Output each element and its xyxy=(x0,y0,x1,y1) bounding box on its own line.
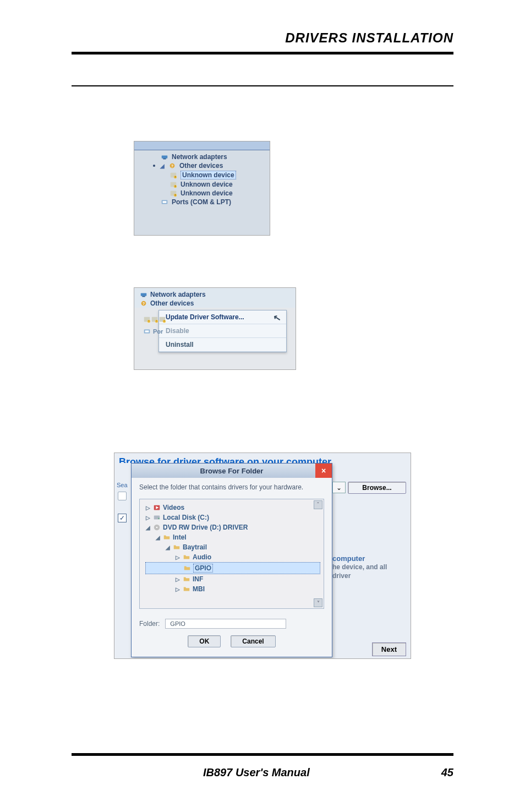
disk-icon xyxy=(153,514,161,521)
tree-item-label: Network adapters xyxy=(172,153,227,161)
tree-twist-icon: ◢ xyxy=(145,525,151,531)
svg-rect-16 xyxy=(142,296,145,297)
folder-tree-item-label: INF xyxy=(193,575,203,583)
folder-tree-item-label: GPIO xyxy=(193,564,213,573)
dialog-title-bar: Browse For Folder × xyxy=(132,464,332,478)
svg-text:!: ! xyxy=(164,320,165,323)
tree-item[interactable]: ?Other devices xyxy=(140,299,291,308)
expand-marker-icon xyxy=(153,165,155,167)
tree-item-label: Other devices xyxy=(179,162,223,170)
fragment-path-box xyxy=(118,492,127,500)
unknown-device-stub-icon: ! xyxy=(143,315,151,323)
folder-icon xyxy=(163,533,171,541)
footer-page-number: 45 xyxy=(441,766,453,779)
browse-button[interactable]: Browse... xyxy=(348,482,406,494)
ok-button[interactable]: OK xyxy=(188,635,221,647)
tree-item-label: Unknown device xyxy=(181,181,233,188)
folder-tree-item[interactable]: ▷Videos xyxy=(145,503,320,513)
tree-item[interactable]: !Unknown device xyxy=(140,180,266,189)
screenshot-context-menu: Network adapters?Other devices Update Dr… xyxy=(134,287,296,370)
cancel-button[interactable]: Cancel xyxy=(231,635,275,647)
svg-point-35 xyxy=(156,527,158,528)
screenshot-browse-folder: Browse for driver software on your compu… xyxy=(114,453,411,659)
tree-item[interactable]: Ports (COM & LPT) xyxy=(140,198,266,206)
tree-item[interactable]: !Unknown device xyxy=(140,170,266,180)
scroll-up-button[interactable]: ˆ xyxy=(314,500,322,509)
tree-item-label: Unknown device xyxy=(181,171,236,179)
wizard-left-fragment: Sea ✓ xyxy=(114,463,131,657)
unknown-device-icon: ! xyxy=(151,315,158,323)
tree-item[interactable]: !Unknown device xyxy=(140,189,266,198)
folder-tree-item[interactable]: ▷Local Disk (C:) xyxy=(145,513,320,522)
scroll-down-button[interactable]: ˅ xyxy=(314,598,322,607)
folder-tree[interactable]: ˆ ˅ ▷Videos▷Local Disk (C:)◢DVD RW Drive… xyxy=(139,499,324,609)
ports-truncated-label: Por xyxy=(143,328,166,335)
tree-twist-icon: ▷ xyxy=(175,554,181,560)
header-thick-rule xyxy=(72,52,453,55)
folder-tree-item[interactable]: ◢Intel xyxy=(145,532,320,542)
folder-icon xyxy=(183,553,190,561)
unknown-device-icon: ! xyxy=(143,315,151,323)
folder-tree-item-label: Intel xyxy=(173,533,187,541)
tree-twist-icon: ▷ xyxy=(175,586,181,592)
network-adapter-icon xyxy=(140,291,147,298)
svg-rect-0 xyxy=(162,155,168,158)
folder-tree-item[interactable]: ▷INF xyxy=(145,574,320,584)
path-dropdown-arrow[interactable]: ⌄ xyxy=(332,482,346,493)
folder-tree-item[interactable]: ▷MBI xyxy=(145,584,320,594)
network-adapter-icon xyxy=(161,153,168,161)
devicemgr-tree-fragment: Network adapters?Other devices xyxy=(134,288,296,308)
svg-text:!: ! xyxy=(156,320,157,323)
tree-item[interactable]: Network adapters xyxy=(140,152,266,161)
include-subfolders-checkbox[interactable]: ✓ xyxy=(118,514,127,522)
trunc-driver-text: he device, and all driver xyxy=(332,563,387,580)
svg-rect-15 xyxy=(141,293,147,296)
folder-tree-item[interactable]: ◢DVD RW Drive (D:) DRIVER xyxy=(145,522,320,532)
unknown-device-stub-icon: ! xyxy=(158,315,166,323)
folder-icon xyxy=(183,585,190,593)
tree-item-label: Unknown device xyxy=(181,189,233,197)
ports-icon xyxy=(161,198,168,206)
page-header-title: DRIVERS INSTALLATION xyxy=(285,30,453,46)
tree-item-label: Ports (COM & LPT) xyxy=(172,198,231,206)
tree-item-label: Other devices xyxy=(150,299,194,307)
context-menu: Update Driver Software...↖DisableUninsta… xyxy=(158,310,287,352)
unknown-device-icon: ! xyxy=(169,171,177,179)
uninstall-menu-item[interactable]: Uninstall xyxy=(159,338,286,352)
folder-icon xyxy=(183,564,191,572)
devicemgr-tree: Network adapters◢?Other devices !Unknown… xyxy=(134,150,270,236)
folder-tree-item-label: Audio xyxy=(193,553,211,561)
folder-field-label: Folder: xyxy=(139,620,160,628)
tree-twist-icon: ◢ xyxy=(165,544,171,551)
dialog-title: Browse For Folder xyxy=(200,467,264,475)
folder-field-value[interactable]: GPIO xyxy=(165,619,286,629)
tree-item[interactable]: Network adapters xyxy=(140,290,291,299)
svg-rect-1 xyxy=(163,159,166,160)
folder-tree-item[interactable]: GPIO xyxy=(145,562,320,574)
unknown-device-icon: ! xyxy=(169,189,177,197)
folder-tree-item-label: Videos xyxy=(163,504,184,511)
dialog-message: Select the folder that contains drivers … xyxy=(132,478,332,493)
update-driver-menu-item[interactable]: Update Driver Software...↖ xyxy=(159,310,286,324)
svg-text:!: ! xyxy=(149,320,149,323)
svg-rect-14 xyxy=(163,201,167,203)
unknown-device-stub-icon: ! xyxy=(151,315,158,323)
folder-tree-item-label: Baytrail xyxy=(183,543,207,551)
tree-twist-icon: ▷ xyxy=(145,505,151,511)
folder-tree-item-label: Local Disk (C:) xyxy=(163,514,209,521)
tree-twist-icon: ◢ xyxy=(155,535,161,541)
devicemgr-top-strip xyxy=(134,141,270,150)
folder-tree-item-label: MBI xyxy=(193,585,205,593)
folder-tree-item[interactable]: ◢Baytrail xyxy=(145,542,320,552)
tree-twist-icon: ▷ xyxy=(175,576,181,582)
close-icon: × xyxy=(321,466,326,475)
fragment-sea-label: Sea xyxy=(114,463,131,488)
folder-tree-item[interactable]: ▷Audio xyxy=(145,552,320,562)
next-button[interactable]: Next xyxy=(372,642,406,656)
unknown-device-icon: ! xyxy=(158,315,166,323)
dvd-icon xyxy=(153,524,161,531)
footer-rule xyxy=(72,753,453,756)
cursor-icon: ↖ xyxy=(272,312,282,324)
tree-item[interactable]: ◢?Other devices xyxy=(140,161,266,170)
tree-item-label: Network adapters xyxy=(150,291,206,298)
